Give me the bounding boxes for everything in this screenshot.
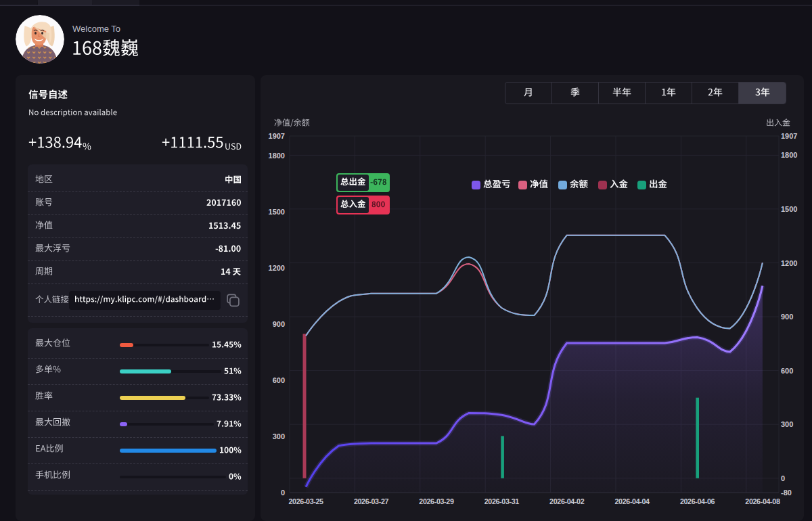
svg-text:2026-04-06: 2026-04-06 [680, 497, 715, 505]
svg-text:1500: 1500 [269, 208, 285, 216]
svg-text:1907: 1907 [781, 132, 797, 140]
svg-text:300: 300 [781, 420, 793, 428]
svg-text:2026-03-25: 2026-03-25 [289, 497, 324, 505]
svg-text:-80: -80 [781, 489, 792, 497]
svg-text:900: 900 [781, 313, 793, 321]
svg-text:300: 300 [273, 432, 285, 440]
svg-text:2026-04-04: 2026-04-04 [615, 497, 650, 505]
svg-text:600: 600 [273, 376, 285, 384]
svg-text:1907: 1907 [269, 132, 285, 140]
svg-text:2026-03-27: 2026-03-27 [354, 497, 389, 505]
svg-text:2026-04-08: 2026-04-08 [745, 497, 780, 505]
svg-text:1500: 1500 [781, 205, 797, 213]
svg-text:2026-03-31: 2026-03-31 [484, 497, 520, 505]
svg-text:1200: 1200 [269, 264, 285, 272]
svg-text:2026-03-29: 2026-03-29 [419, 497, 454, 505]
svg-text:2026-04-02: 2026-04-02 [549, 497, 585, 505]
svg-text:1800: 1800 [781, 151, 797, 159]
svg-text:0: 0 [781, 474, 785, 482]
svg-text:1800: 1800 [269, 152, 285, 160]
svg-text:900: 900 [273, 320, 285, 328]
svg-text:1200: 1200 [781, 259, 797, 267]
svg-text:0: 0 [281, 489, 285, 497]
svg-text:600: 600 [781, 367, 793, 375]
